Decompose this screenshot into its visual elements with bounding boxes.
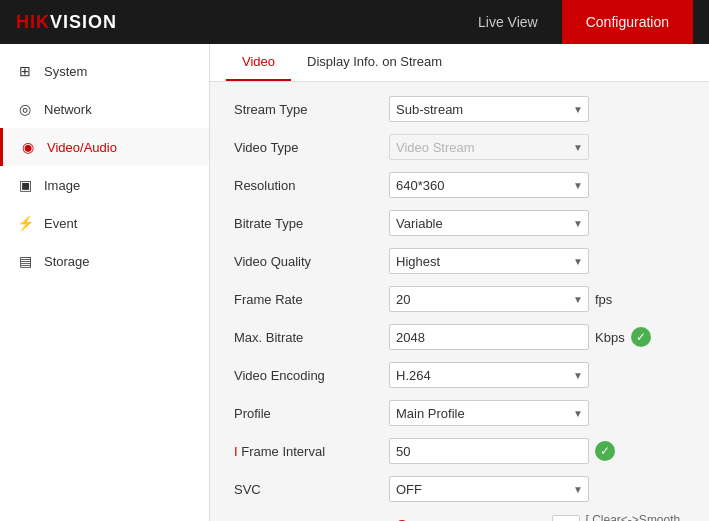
video-encoding-wrapper: H.264 H.265 MJPEG xyxy=(389,362,589,388)
i-prefix: I xyxy=(234,444,238,459)
sidebar-label-network: Network xyxy=(44,102,92,117)
stream-type-wrapper: Sub-stream Main Stream(Normal) Third Str… xyxy=(389,96,589,122)
storage-icon xyxy=(16,252,34,270)
logo: HIKVISION xyxy=(16,12,454,33)
sidebar-item-image[interactable]: Image xyxy=(0,166,209,204)
row-max-bitrate: Max. Bitrate Kbps ✓ xyxy=(234,322,685,352)
smoothing-hint: [ Clear<->Smooth ] xyxy=(586,513,685,521)
sidebar-item-network[interactable]: Network xyxy=(0,90,209,128)
tab-display-info[interactable]: Display Info. on Stream xyxy=(291,44,458,81)
video-quality-select[interactable]: Highest Higher Medium Lower Lowest xyxy=(389,248,589,274)
video-audio-icon xyxy=(19,138,37,156)
system-icon xyxy=(16,62,34,80)
profile-select[interactable]: Main Profile Baseline Profile High Profi… xyxy=(389,400,589,426)
i-frame-interval-input[interactable] xyxy=(389,438,589,464)
video-type-wrapper: Video Stream xyxy=(389,134,589,160)
bitrate-type-wrapper: Variable Constant xyxy=(389,210,589,236)
row-video-encoding: Video Encoding H.264 H.265 MJPEG xyxy=(234,360,685,390)
frame-rate-wrapper: 20 25 15 10 5 xyxy=(389,286,589,312)
label-frame-rate: Frame Rate xyxy=(234,292,389,307)
label-frame-interval-text: Frame Interval xyxy=(241,444,325,459)
sidebar-label-event: Event xyxy=(44,216,77,231)
video-quality-wrapper: Highest Higher Medium Lower Lowest xyxy=(389,248,589,274)
max-bitrate-input[interactable] xyxy=(389,324,589,350)
label-svc: SVC xyxy=(234,482,389,497)
logo-text: HIK xyxy=(16,12,50,32)
label-video-encoding: Video Encoding xyxy=(234,368,389,383)
sidebar-label-image: Image xyxy=(44,178,80,193)
sidebar: System Network Video/Audio Image Event S… xyxy=(0,44,210,521)
frame-rate-select[interactable]: 20 25 15 10 5 xyxy=(389,286,589,312)
label-stream-type: Stream Type xyxy=(234,102,389,117)
smoothing-value: 6 xyxy=(552,515,580,521)
sidebar-label-system: System xyxy=(44,64,87,79)
main-content: Video Display Info. on Stream Stream Typ… xyxy=(210,44,709,521)
smoothing-slider-wrapper: 6 [ Clear<->Smooth ] xyxy=(389,513,685,521)
profile-wrapper: Main Profile Baseline Profile High Profi… xyxy=(389,400,589,426)
label-resolution: Resolution xyxy=(234,178,389,193)
event-icon xyxy=(16,214,34,232)
row-bitrate-type: Bitrate Type Variable Constant xyxy=(234,208,685,238)
resolution-wrapper: 640*360 1280*720 352*240 xyxy=(389,172,589,198)
sidebar-label-storage: Storage xyxy=(44,254,90,269)
label-i-frame-interval: I Frame Interval xyxy=(234,444,389,459)
header: HIKVISION Live View Configuration xyxy=(0,0,709,44)
logo-text2: VISION xyxy=(50,12,117,32)
sidebar-item-video-audio[interactable]: Video/Audio xyxy=(0,128,209,166)
i-frame-valid-icon: ✓ xyxy=(595,441,615,461)
max-bitrate-valid-icon: ✓ xyxy=(631,327,651,347)
nav-tab-configuration[interactable]: Configuration xyxy=(562,0,693,44)
video-encoding-select[interactable]: H.264 H.265 MJPEG xyxy=(389,362,589,388)
video-type-select[interactable]: Video Stream xyxy=(389,134,589,160)
tab-bar: Video Display Info. on Stream xyxy=(210,44,709,82)
nav-tabs: Live View Configuration xyxy=(454,0,693,44)
frame-rate-unit: fps xyxy=(595,292,612,307)
row-video-quality: Video Quality Highest Higher Medium Lowe… xyxy=(234,246,685,276)
tab-video[interactable]: Video xyxy=(226,44,291,81)
row-video-type: Video Type Video Stream xyxy=(234,132,685,162)
label-video-type: Video Type xyxy=(234,140,389,155)
row-frame-rate: Frame Rate 20 25 15 10 5 fps xyxy=(234,284,685,314)
stream-type-select[interactable]: Sub-stream Main Stream(Normal) Third Str… xyxy=(389,96,589,122)
nav-tab-live-view[interactable]: Live View xyxy=(454,0,562,44)
row-profile: Profile Main Profile Baseline Profile Hi… xyxy=(234,398,685,428)
svc-select[interactable]: OFF ON xyxy=(389,476,589,502)
row-resolution: Resolution 640*360 1280*720 352*240 xyxy=(234,170,685,200)
row-stream-type: Stream Type Sub-stream Main Stream(Norma… xyxy=(234,94,685,124)
max-bitrate-unit: Kbps xyxy=(595,330,625,345)
svc-wrapper: OFF ON xyxy=(389,476,589,502)
label-max-bitrate: Max. Bitrate xyxy=(234,330,389,345)
resolution-select[interactable]: 640*360 1280*720 352*240 xyxy=(389,172,589,198)
form-area: Stream Type Sub-stream Main Stream(Norma… xyxy=(210,82,709,521)
network-icon xyxy=(16,100,34,118)
row-i-frame-interval: I Frame Interval ✓ xyxy=(234,436,685,466)
image-icon xyxy=(16,176,34,194)
row-svc: SVC OFF ON xyxy=(234,474,685,504)
label-video-quality: Video Quality xyxy=(234,254,389,269)
sidebar-item-system[interactable]: System xyxy=(0,52,209,90)
sidebar-item-storage[interactable]: Storage xyxy=(0,242,209,280)
sidebar-label-video-audio: Video/Audio xyxy=(47,140,117,155)
label-profile: Profile xyxy=(234,406,389,421)
sidebar-item-event[interactable]: Event xyxy=(0,204,209,242)
main-layout: System Network Video/Audio Image Event S… xyxy=(0,44,709,521)
label-bitrate-type: Bitrate Type xyxy=(234,216,389,231)
bitrate-type-select[interactable]: Variable Constant xyxy=(389,210,589,236)
row-smoothing: Smoothing 6 [ Clear<->Smooth ] xyxy=(234,512,685,521)
